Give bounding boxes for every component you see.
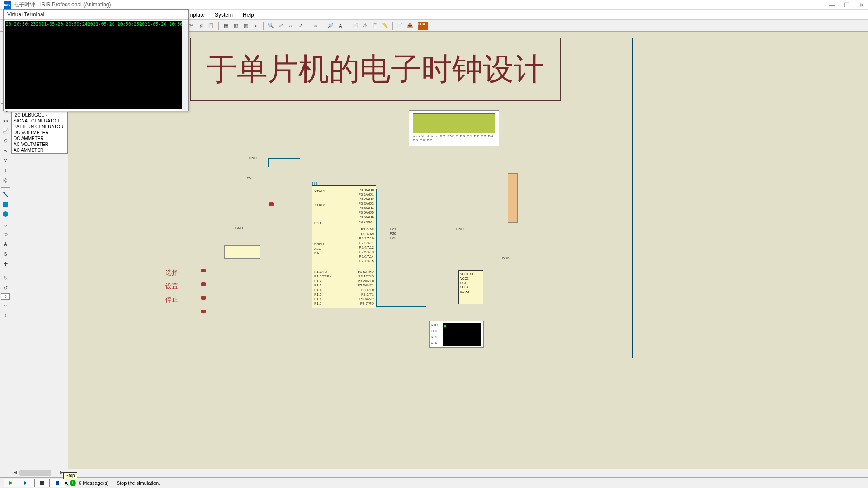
circle-tool-icon[interactable] — [0, 210, 10, 219]
terminal-scrollbar[interactable] — [182, 21, 188, 111]
isis-logo-icon[interactable]: ISIS — [418, 22, 428, 30]
cursor-icon[interactable]: ➚ — [296, 21, 305, 30]
object-selector: I2C DEBUGGER SIGNAL GENERATOR PATTERN GE… — [11, 112, 68, 154]
pin-label: P2.1/A9 — [361, 232, 374, 236]
copy-icon[interactable]: ⎘ — [197, 21, 206, 30]
pin-label: P3.5/T1 — [361, 292, 374, 296]
chip-pin-line: SCLK — [460, 285, 481, 290]
maximize-button[interactable]: ☐ — [844, 1, 850, 9]
list-item[interactable]: I2C DEBUGGER — [12, 112, 67, 118]
rotate-ccw-icon[interactable]: ↺ — [0, 283, 10, 292]
horizontal-scrollbar[interactable]: ◀ ▶ — [11, 469, 868, 477]
svg-rect-3 — [40, 481, 42, 485]
minimize-button[interactable]: — — [829, 1, 835, 9]
pin-label: EA — [314, 251, 319, 255]
lcd-component[interactable]: Vss Vdd Vee RS RW E D0 D1 D2 D3 D4 D5 D6… — [409, 110, 499, 146]
arc-tool-icon[interactable]: ◡ — [0, 220, 10, 229]
symbol-tool-icon[interactable]: S — [0, 249, 10, 258]
probe-i-icon[interactable]: I — [0, 166, 10, 175]
menu-help[interactable]: Help — [241, 11, 256, 19]
list-item[interactable]: DC VOLTMETER — [12, 130, 67, 136]
pin-label: P1.2 — [314, 279, 321, 283]
text-2d-icon[interactable]: A — [0, 239, 10, 249]
list-item[interactable]: AC VOLTMETER — [12, 141, 67, 147]
lcd-pins: Vss Vdd Vee RS RW E D0 D1 D2 D3 D4 D5 D6… — [409, 134, 499, 142]
zoom-extents-icon[interactable]: ⤢ — [276, 21, 285, 30]
generator-tool-icon[interactable]: ∿ — [0, 146, 10, 155]
ruler-icon[interactable]: 📏 — [381, 21, 390, 30]
mcu-chip[interactable]: XTAL1 XTAL2 RST PSEN ALE EA P1.0/T2 P1.1… — [312, 185, 376, 308]
block-delete-icon[interactable]: ▪ — [251, 21, 260, 30]
block-copy-icon[interactable]: ▦ — [222, 21, 231, 30]
find-icon[interactable]: 🔎 — [326, 21, 335, 30]
paste-icon[interactable]: 📋 — [207, 21, 216, 30]
rtc-chip[interactable]: VCC1 X1 VCC2 RST SCLK I/O X2 — [458, 270, 483, 304]
pin-label: P3.3/INT1 — [358, 283, 374, 287]
menu-system[interactable]: System — [213, 11, 235, 19]
list-item[interactable]: SIGNAL GENERATOR — [12, 118, 67, 124]
box-tool-icon[interactable] — [0, 200, 10, 209]
message-count[interactable]: 6 Message(s) — [79, 480, 109, 486]
path-tool-icon[interactable]: ⬭ — [0, 230, 10, 239]
chip-pin-line: VCC1 X1 — [460, 272, 481, 277]
pushbutton[interactable] — [269, 202, 274, 206]
zoom-icon[interactable]: 🔍 — [266, 21, 275, 30]
info-icon[interactable]: i — [70, 480, 76, 486]
list-item[interactable]: AC AMMETER — [12, 147, 67, 153]
export-icon[interactable]: 📤 — [406, 21, 415, 30]
pin-label: P0.2/AD2 — [359, 197, 374, 201]
serial-terminal[interactable]: RXD TXD RTS CTS — [429, 321, 484, 348]
menu-template[interactable]: mplate — [187, 11, 207, 19]
pushbutton[interactable] — [201, 269, 206, 272]
play-button[interactable] — [4, 479, 19, 487]
pin-label: P2.4/A12 — [359, 245, 374, 249]
button-label-set: 设置 — [165, 282, 178, 291]
list-item[interactable]: PATTERN GENERATOR — [12, 124, 67, 130]
scroll-thumb[interactable] — [19, 470, 51, 476]
list-item[interactable]: DC AMMETER — [12, 136, 67, 141]
pin-label: PSEN — [314, 242, 324, 246]
p22-label: P22 — [390, 236, 396, 240]
virtual-terminal-window[interactable]: Virtual Terminal 20 20:50:232021-05-20 2… — [3, 9, 189, 111]
connector-block[interactable] — [508, 173, 518, 223]
graph-tool-icon[interactable]: 📈 — [0, 126, 10, 135]
erc-icon[interactable]: ⚠ — [361, 21, 370, 30]
step-button[interactable] — [19, 479, 34, 487]
gnd-label: GND — [249, 156, 257, 160]
pin-tool-icon[interactable]: ⊷ — [0, 116, 10, 125]
pin-label: P3.0/RXD — [358, 270, 374, 274]
svg-marker-0 — [9, 481, 13, 485]
angle-input[interactable]: 0 — [1, 293, 10, 300]
tape-tool-icon[interactable]: ⊙ — [0, 136, 10, 145]
text-search-icon[interactable]: A — [336, 21, 345, 30]
pause-button[interactable] — [34, 479, 50, 487]
rotate-cw-icon[interactable]: ↻ — [0, 273, 10, 282]
block-rotate-icon[interactable]: ▨ — [241, 21, 250, 30]
pushbutton[interactable] — [201, 310, 206, 313]
block-move-icon[interactable]: ▧ — [231, 21, 241, 30]
pin-label: P2.2/A10 — [359, 236, 374, 240]
pan-icon[interactable]: ↔ — [286, 21, 295, 30]
pin-label: P0.5/AD5 — [359, 211, 374, 215]
tooltip: Stop — [63, 472, 77, 479]
pin-label: P3.6/WR — [359, 297, 374, 301]
flip-h-icon[interactable]: ↔ — [0, 300, 10, 310]
resistor-network[interactable] — [224, 245, 260, 259]
flip-v-icon[interactable]: ↕ — [0, 310, 10, 319]
terminal-titlebar[interactable]: Virtual Terminal — [4, 10, 188, 20]
close-button[interactable]: ✕ — [859, 1, 864, 9]
probe-v-icon[interactable]: V — [0, 156, 10, 165]
serial-labels: RXD TXD RTS CTS — [431, 322, 438, 346]
scroll-left-icon[interactable]: ◀ — [12, 470, 19, 476]
pushbutton[interactable] — [201, 296, 206, 300]
instrument-tool-icon[interactable]: ⌬ — [0, 176, 10, 185]
pushbutton[interactable] — [201, 282, 206, 286]
stop-button[interactable] — [50, 479, 65, 487]
marker-tool-icon[interactable]: ✚ — [0, 259, 10, 268]
netlist-icon[interactable]: 📄 — [351, 21, 360, 30]
pin-label: P3.1/TXD — [358, 274, 374, 278]
line-tool-icon[interactable] — [0, 190, 10, 199]
wire-tool-icon[interactable]: ⎓ — [311, 21, 320, 30]
bom-icon[interactable]: 📋 — [371, 21, 380, 30]
report-icon[interactable]: 📄 — [396, 21, 405, 30]
